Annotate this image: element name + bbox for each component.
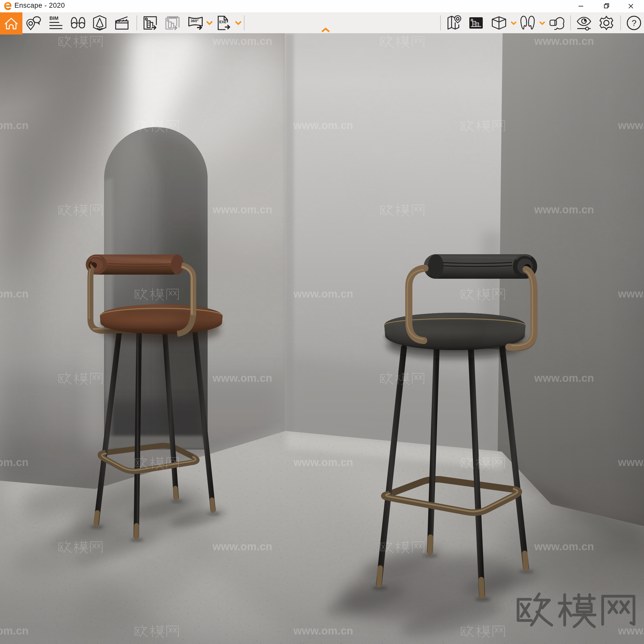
svg-text:www.om.cn: www.om.cn (534, 540, 594, 553)
svg-text:www.om.cn: www.om.cn (618, 456, 644, 468)
svg-text:www.om.cn: www.om.cn (0, 456, 29, 468)
svg-text:www.om.cn: www.om.cn (212, 35, 272, 47)
svg-text:EXE: EXE (219, 20, 226, 24)
svg-text:www.om.cn: www.om.cn (618, 288, 644, 300)
svg-text:www.om.cn: www.om.cn (534, 35, 594, 47)
svg-text:www.om.cn: www.om.cn (618, 625, 644, 637)
svg-text:?: ? (632, 18, 637, 28)
svg-text:www.om.cn: www.om.cn (0, 625, 29, 637)
svg-text:www.om.cn: www.om.cn (293, 456, 353, 468)
svg-text:www.om.cn: www.om.cn (0, 288, 29, 300)
svg-text:www.om.cn: www.om.cn (293, 625, 353, 637)
svg-text:BIM: BIM (49, 15, 58, 21)
svg-text:www.om.cn: www.om.cn (293, 119, 353, 131)
svg-text:www.om.cn: www.om.cn (212, 372, 272, 384)
svg-text:www.om.cn: www.om.cn (534, 204, 594, 216)
svg-text:www.om.cn: www.om.cn (293, 288, 353, 300)
svg-text:www.om.cn: www.om.cn (618, 119, 644, 131)
svg-text:360°: 360° (191, 19, 199, 23)
svg-text:www.om.cn: www.om.cn (212, 540, 272, 553)
svg-text:www.om.cn: www.om.cn (0, 119, 29, 131)
svg-text:www.om.cn: www.om.cn (212, 204, 272, 216)
svg-text:www.om.cn: www.om.cn (534, 372, 594, 384)
